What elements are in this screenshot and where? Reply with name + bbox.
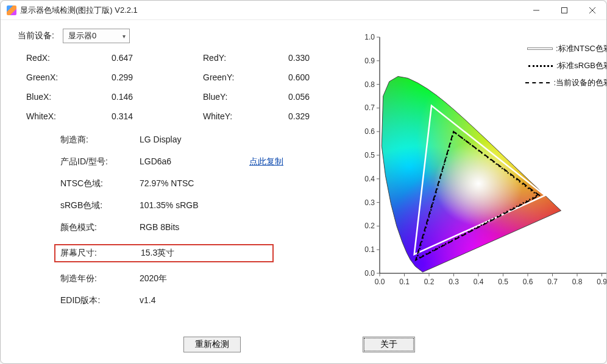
svg-text:0.2: 0.2 xyxy=(424,278,435,286)
svg-text:0.4: 0.4 xyxy=(474,278,484,286)
svg-text:0.1: 0.1 xyxy=(364,245,375,254)
year-value: 2020年 xyxy=(140,273,249,284)
maximize-button[interactable] xyxy=(550,1,578,20)
svg-text:0.8: 0.8 xyxy=(364,80,375,89)
svg-text:0.2: 0.2 xyxy=(364,222,375,230)
svg-text:0.3: 0.3 xyxy=(364,198,375,207)
copy-link[interactable]: 点此复制 xyxy=(249,156,298,167)
svg-text:0.1: 0.1 xyxy=(399,278,410,286)
close-icon xyxy=(589,7,595,13)
manufacturer-value: LG Display xyxy=(140,135,249,145)
about-button[interactable]: 关于 xyxy=(363,337,415,352)
legend-line-srgb xyxy=(528,65,553,67)
svg-text:1.0: 1.0 xyxy=(364,33,375,41)
svg-text:0.7: 0.7 xyxy=(547,278,558,286)
close-button[interactable] xyxy=(578,1,606,20)
srgb-label: sRGB色域: xyxy=(60,200,140,211)
device-selected-value: 显示器0 xyxy=(68,30,96,41)
product-value: LGD6a6 xyxy=(140,156,249,167)
redetect-button[interactable]: 重新检测 xyxy=(183,337,241,352)
current-device-label: 当前设备: xyxy=(18,30,54,41)
screen-size-row-highlight: 屏幕尺寸: 15.3英寸 xyxy=(54,244,274,262)
legend-srgb-label: :标准sRGB色彩范围 xyxy=(556,60,607,71)
minimize-icon xyxy=(533,7,539,13)
whitex-value: 0.314 xyxy=(112,111,172,121)
year-label: 制造年份: xyxy=(60,273,140,284)
bluex-label: BlueX: xyxy=(26,92,81,102)
svg-text:0.7: 0.7 xyxy=(364,103,375,112)
greenx-value: 0.299 xyxy=(112,72,172,82)
bluex-value: 0.146 xyxy=(112,92,172,102)
svg-text:0.8: 0.8 xyxy=(572,278,583,286)
svg-text:0.0: 0.0 xyxy=(364,269,375,278)
color-mode-label: 颜色模式: xyxy=(60,222,140,233)
device-select[interactable]: 显示器0 ▾ xyxy=(63,29,130,43)
titlebar: 显示器色域检测(图拉丁版) V2.2.1 xyxy=(1,1,606,20)
edid-label: EDID版本: xyxy=(60,295,140,306)
legend-ntsc-label: :标准NTSC色彩范围 xyxy=(556,43,607,54)
svg-text:0.6: 0.6 xyxy=(364,127,375,136)
svg-text:0.9: 0.9 xyxy=(364,57,375,65)
ntsc-label: NTSC色域: xyxy=(60,178,140,189)
svg-text:0.5: 0.5 xyxy=(498,278,508,286)
size-label: 屏幕尺寸: xyxy=(60,248,141,259)
svg-text:0.5: 0.5 xyxy=(364,151,375,159)
maximize-icon xyxy=(561,7,567,13)
whitey-value: 0.329 xyxy=(288,111,349,121)
color-mode-value: RGB 8Bits xyxy=(140,222,249,233)
srgb-value: 101.35% sRGB xyxy=(140,200,249,211)
redy-value: 0.330 xyxy=(288,53,349,63)
chromaticity-grid: RedX: 0.647 RedY: 0.330 GreenX: 0.299 Gr… xyxy=(26,53,349,121)
chart-legend: :标准NTSC色彩范围 :标准sRGB色彩范围 :当前设备的色彩范围 xyxy=(525,43,607,94)
bluey-label: BlueY: xyxy=(203,92,258,102)
chevron-down-icon: ▾ xyxy=(122,33,126,40)
greeny-value: 0.600 xyxy=(288,72,349,82)
redx-value: 0.647 xyxy=(112,53,172,63)
greenx-label: GreenX: xyxy=(26,72,81,82)
size-value: 15.3英寸 xyxy=(141,248,250,259)
svg-text:0.3: 0.3 xyxy=(449,278,459,286)
bluey-value: 0.056 xyxy=(288,92,349,102)
minimize-button[interactable] xyxy=(522,1,550,20)
svg-text:0.0: 0.0 xyxy=(375,278,385,286)
legend-device-label: :当前设备的色彩范围 xyxy=(553,77,607,88)
gamut-chart: 0.00.10.20.30.40.50.60.70.80.91.0.00.10.… xyxy=(355,31,607,299)
whitey-label: WhiteY: xyxy=(203,111,258,121)
whitex-label: WhiteX: xyxy=(26,111,81,121)
app-window: 显示器色域检测(图拉丁版) V2.2.1 当前设备: 显示器0 ▾ RedX: … xyxy=(0,0,607,364)
ntsc-value: 72.97% NTSC xyxy=(140,178,249,189)
legend-line-ntsc xyxy=(528,48,552,49)
svg-text:0.6: 0.6 xyxy=(523,278,533,286)
redy-label: RedY: xyxy=(203,53,258,63)
info-grid: 制造商: LG Display 产品ID/型号: LGD6a6 点此复制 NTS… xyxy=(60,135,349,306)
edid-value: v1.4 xyxy=(140,295,249,306)
app-icon xyxy=(7,5,16,15)
manufacturer-label: 制造商: xyxy=(60,135,140,145)
svg-rect-1 xyxy=(562,7,567,13)
greeny-label: GreenY: xyxy=(203,72,258,82)
svg-text:0.9: 0.9 xyxy=(597,278,607,286)
svg-text:0.4: 0.4 xyxy=(364,175,375,183)
redx-label: RedX: xyxy=(26,53,81,63)
window-title: 显示器色域检测(图拉丁版) V2.2.1 xyxy=(20,5,138,16)
legend-line-device xyxy=(525,82,550,83)
product-label: 产品ID/型号: xyxy=(60,156,140,167)
